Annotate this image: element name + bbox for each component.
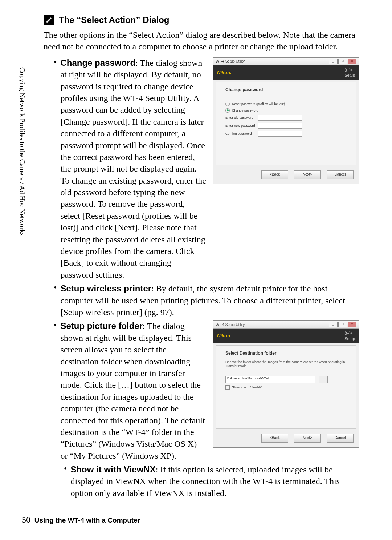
sidebar-running-head: Copying Network Profiles to the Camera /…	[18, 67, 26, 236]
minimize-icon[interactable]: _	[329, 322, 338, 327]
radio-change-password[interactable]: Change password	[225, 108, 347, 113]
back-button[interactable]: <Back	[261, 170, 288, 179]
page-footer: 50 Using the WT-4 with a Computer	[22, 515, 140, 525]
minimize-icon[interactable]: _	[329, 59, 338, 64]
setup-label: ((T))Setup	[344, 331, 355, 340]
dialog-titlebar: WT-4 Setup Utility _ □ x	[213, 58, 359, 65]
page-number: 50	[22, 515, 30, 524]
new-password-field: Enter new password	[225, 123, 347, 129]
setup-label: ((T))Setup	[344, 68, 355, 77]
destination-path-input[interactable]: C:\Users\User\Pictures\WT-4	[225, 376, 315, 383]
select-destination-dialog: WT-4 Setup Utility _ □ x Nikon. ((T))Set…	[213, 320, 359, 447]
bullet-change-password: • Change password: The dialog shown at r…	[44, 57, 206, 281]
browse-button[interactable]: ...	[319, 376, 328, 383]
dialog-window-title: WT-4 Setup Utility	[216, 323, 245, 327]
next-button[interactable]: Next>	[294, 434, 321, 443]
dialog-titlebar: WT-4 Setup Utility _ □ x	[213, 321, 359, 329]
dialog-window-title: WT-4 Setup Utility	[216, 59, 245, 63]
page: Copying Network Profiles to the Camera /…	[0, 0, 392, 540]
dialog-instruction: Choose the folder where the images from …	[225, 360, 347, 368]
maximize-icon[interactable]: □	[338, 59, 347, 64]
new-password-input[interactable]	[258, 123, 302, 129]
intro-paragraph: The other options in the “Select Action”…	[44, 29, 359, 53]
bullet-viewnx: • Show it with ViewNX: If this option is…	[44, 464, 359, 499]
radio-reset-password[interactable]: Reset password (profiles will be lost)	[225, 102, 347, 106]
footer-text: Using the WT-4 with a Computer	[34, 516, 140, 524]
confirm-password-input[interactable]	[258, 131, 302, 137]
cancel-button[interactable]: Cancel	[327, 434, 354, 443]
confirm-password-field: Confirm password	[225, 131, 347, 137]
brand-label: Nikon.	[217, 70, 232, 75]
bullet-wireless-printer: • Setup wireless printer: By default, th…	[44, 283, 359, 318]
old-password-field: Enter old password	[225, 115, 347, 121]
cancel-button[interactable]: Cancel	[327, 170, 354, 179]
section-title: The “Select Action” Dialog	[59, 15, 170, 25]
dialog-heading: Select Destination folder	[225, 351, 347, 356]
close-icon[interactable]: x	[348, 322, 356, 327]
bullet-picture-folder: • Setup picture folder: The dialog shown…	[44, 320, 206, 462]
checkbox-show-viewnx[interactable]: Show it with ViewNX	[225, 385, 347, 390]
dialog-heading: Change password	[225, 87, 347, 92]
close-icon[interactable]: x	[348, 59, 356, 64]
back-button[interactable]: <Back	[261, 434, 288, 443]
section-title-row: The “Select Action” Dialog	[44, 15, 359, 25]
pencil-icon	[44, 15, 54, 25]
change-password-dialog: WT-4 Setup Utility _ □ x Nikon. ((T))Set…	[213, 57, 359, 184]
old-password-input[interactable]	[258, 115, 302, 121]
brand-label: Nikon.	[217, 333, 232, 338]
maximize-icon[interactable]: □	[338, 322, 347, 327]
next-button[interactable]: Next>	[294, 170, 321, 179]
